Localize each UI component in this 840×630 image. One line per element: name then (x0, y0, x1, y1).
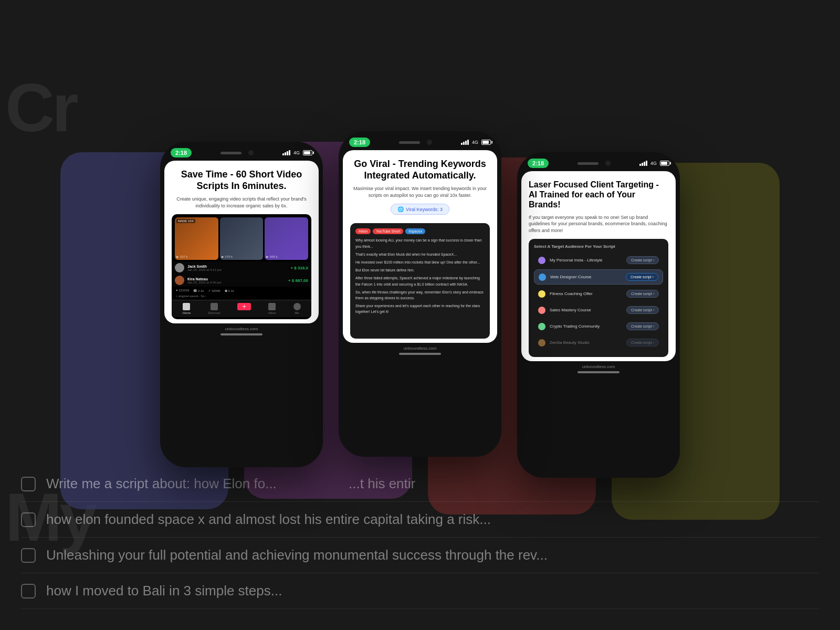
status-bar-left: 2:18 4G (160, 142, 323, 161)
tiktok-preview: MADE 15X ▶ 157 k ▶ 375 k ▶ 595 k (172, 214, 311, 319)
script-tag: #spacex (405, 228, 425, 234)
list-checkbox[interactable] (21, 584, 36, 598)
list-checkbox[interactable] (21, 512, 36, 527)
audience-item-active[interactable]: Web Designer Course Create script › (534, 269, 663, 285)
audience-dot (538, 339, 545, 346)
time-right: 2:18 (528, 159, 549, 168)
audience-selector: Select A Target Audience For Your Script… (529, 239, 668, 357)
phone-screen-center: Go Viral - Trending Keywords Integrated … (343, 150, 497, 343)
time-left: 2:18 (171, 148, 192, 158)
audience-item[interactable]: Fitness Coaching Offer Create script › (534, 287, 663, 301)
phone-left-title: Save Time - 60 Short Video Scripts In 6m… (172, 169, 311, 192)
list-item-text: how I moved to Bali in 3 simple steps... (46, 583, 282, 599)
audience-dot (539, 274, 546, 281)
script-tags: #elon YouTube Short #spacex (355, 228, 485, 234)
list-item-text: how elon founded space x and almost lost… (46, 511, 491, 528)
audience-dot (538, 307, 545, 314)
audience-label: Fitness Coaching Offer (550, 291, 622, 296)
phone-footer-center: unboundless.com (339, 343, 501, 358)
phone-right: 2:18 4G Laser Focused Client Targeting -… (517, 152, 680, 478)
create-script-button[interactable]: Create script › (626, 290, 659, 298)
create-script-button[interactable]: Create script › (626, 322, 659, 330)
audience-dot (538, 257, 545, 264)
phone-center: 2:18 4G Go Viral - Trending Keywords Int… (339, 131, 501, 457)
audience-item[interactable]: Crypto Trading Community Create script › (534, 319, 663, 333)
status-icons-center: 4G (461, 140, 491, 145)
status-bar-center: 2:18 4G (339, 131, 501, 150)
audience-item[interactable]: Sales Mastery Course Create script › (534, 303, 663, 317)
audience-label: Web Designer Course (550, 275, 622, 279)
viral-keywords-badge: 🌐 Viral Keywords: 3 (391, 204, 449, 215)
create-script-button[interactable]: Create script › (626, 256, 659, 264)
list-item-text: Write me a script about: how Elon fo... … (46, 476, 415, 492)
phones-container: 2:18 4G Save Time - 60 Short Video Scrip… (160, 110, 680, 478)
phone-right-desc: If you target everyone you speak to no o… (529, 214, 668, 234)
audience-dot (538, 290, 545, 298)
audience-label: Sales Mastery Course (550, 308, 622, 312)
status-bar-right: 2:18 4G (517, 152, 680, 171)
audience-selector-title: Select A Target Audience For Your Script (534, 244, 663, 249)
list-checkbox[interactable] (21, 477, 36, 491)
phone-footer-right: unboundless.com (517, 361, 680, 376)
phone-left-desc: Create unique, engaging video scripts th… (172, 196, 311, 209)
script-tag: YouTube Short (373, 228, 403, 234)
list-item: how I moved to Bali in 3 simple steps... (21, 573, 819, 609)
phone-right-title: Laser Focused Client Targeting - AI Trai… (529, 180, 668, 210)
phone-screen-left: Save Time - 60 Short Video Scripts In 6m… (164, 161, 319, 323)
create-script-button[interactable]: Create script › (626, 306, 659, 314)
phone-footer-left: unboundless.com (160, 323, 323, 339)
script-tag: #elon (355, 228, 371, 234)
list-item-text: Unleashing your full potential and achie… (46, 547, 548, 563)
audience-label: ZenSa Beauty Studio (550, 340, 622, 345)
audience-label: Crypto Trading Community (550, 324, 622, 329)
time-center: 2:18 (349, 138, 370, 147)
status-icons-right: 4G (639, 161, 669, 166)
create-script-button[interactable]: Create script › (626, 339, 659, 346)
audience-item[interactable]: My Personal Insta - Lifestyle Create scr… (534, 253, 663, 267)
audience-label: My Personal Insta - Lifestyle (550, 258, 622, 262)
audience-item[interactable]: ZenSa Beauty Studio Create script › (534, 335, 663, 350)
script-preview: #elon YouTube Short #spacex Why almost l… (350, 223, 490, 339)
phone-left: 2:18 4G Save Time - 60 Short Video Scrip… (160, 142, 323, 467)
phone-center-desc: Maximise your viral impact. We insert tr… (350, 185, 490, 198)
list-item: Unleashing your full potential and achie… (21, 538, 819, 573)
bottom-list: Write me a script about: how Elon fo... … (21, 466, 819, 609)
list-item: how elon founded space x and almost lost… (21, 502, 819, 538)
audience-dot (538, 323, 545, 330)
phone-center-title: Go Viral - Trending Keywords Integrated … (350, 159, 490, 181)
list-checkbox[interactable] (21, 548, 36, 563)
create-script-button-active[interactable]: Create script › (626, 273, 658, 281)
script-text: Why almost loosing ALL your money can be… (355, 237, 485, 314)
phone-screen-right: Laser Focused Client Targeting - AI Trai… (521, 171, 676, 361)
status-icons-left: 4G (282, 150, 312, 155)
